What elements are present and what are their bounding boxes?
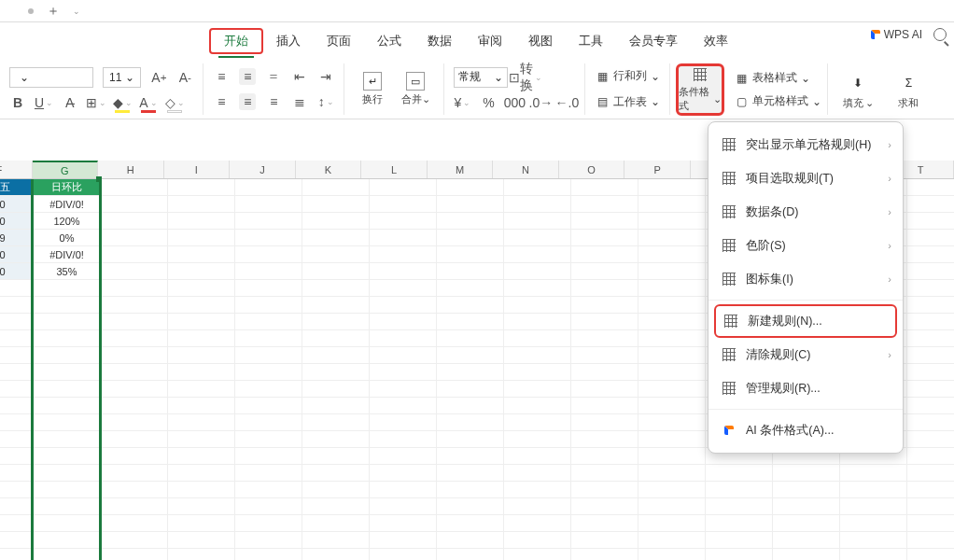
ribbon-tab-view[interactable]: 视图 <box>515 28 566 54</box>
cell[interactable] <box>168 498 235 515</box>
cell[interactable] <box>302 364 370 381</box>
cell[interactable] <box>840 482 907 498</box>
cell[interactable] <box>907 297 954 314</box>
column-header-J[interactable]: J <box>230 161 296 178</box>
cell[interactable] <box>0 297 34 314</box>
cell[interactable] <box>571 532 638 549</box>
cell[interactable] <box>0 448 34 465</box>
cell[interactable] <box>302 465 370 482</box>
cell[interactable] <box>34 398 101 414</box>
cell[interactable] <box>773 515 840 532</box>
cell[interactable] <box>437 414 504 431</box>
cell[interactable] <box>370 498 437 515</box>
cell[interactable] <box>101 414 168 431</box>
cell[interactable] <box>370 482 437 498</box>
justify-icon[interactable]: ≣ <box>291 93 308 110</box>
cell[interactable] <box>907 465 954 482</box>
cell[interactable] <box>706 482 773 498</box>
cell[interactable] <box>437 381 504 398</box>
cell[interactable] <box>907 364 954 381</box>
cell[interactable] <box>0 465 34 482</box>
cell[interactable] <box>907 532 954 549</box>
cell[interactable] <box>0 398 34 414</box>
cell[interactable] <box>34 515 101 532</box>
cell[interactable] <box>101 498 168 515</box>
cell[interactable] <box>168 515 235 532</box>
cell[interactable] <box>101 280 168 297</box>
cell[interactable] <box>370 297 437 314</box>
cell[interactable] <box>34 381 101 398</box>
cell[interactable] <box>370 213 437 230</box>
cell[interactable] <box>773 498 840 515</box>
cell[interactable] <box>571 297 638 314</box>
cell[interactable] <box>235 549 302 560</box>
cell[interactable] <box>437 448 504 465</box>
decrease-font-icon[interactable]: A- <box>176 69 193 86</box>
cell[interactable] <box>907 398 954 414</box>
cell[interactable] <box>168 230 235 246</box>
column-header-H[interactable]: H <box>98 161 164 178</box>
column-header-I[interactable]: I <box>164 161 231 178</box>
cell[interactable] <box>773 549 840 560</box>
conditional-format-button[interactable]: 条件格式⌄ <box>676 63 724 116</box>
cell[interactable] <box>638 330 706 347</box>
wrap-text-button[interactable]: ↵ 换行 <box>354 72 391 106</box>
data-cell-right-0[interactable]: #DIV/0! <box>34 196 101 213</box>
cell[interactable] <box>571 482 638 498</box>
column-header-O[interactable]: O <box>559 161 625 178</box>
cell[interactable] <box>773 482 840 498</box>
cell[interactable] <box>168 179 235 196</box>
cell[interactable] <box>302 549 370 560</box>
data-cell-left-1[interactable]: 20 <box>0 213 34 230</box>
cell[interactable] <box>504 549 571 560</box>
cell[interactable] <box>571 230 638 246</box>
cell[interactable] <box>571 431 638 448</box>
data-cell-right-1[interactable]: 120% <box>34 213 101 230</box>
data-cell-right-2[interactable]: 0% <box>34 230 101 246</box>
ribbon-tab-start[interactable]: 开始 <box>209 28 263 54</box>
cell[interactable] <box>101 246 168 263</box>
cell[interactable] <box>168 280 235 297</box>
cell[interactable] <box>235 515 302 532</box>
strikethrough-icon[interactable]: A̶ <box>62 94 78 111</box>
cell[interactable] <box>638 314 706 330</box>
cell[interactable] <box>907 280 954 297</box>
cell[interactable] <box>504 246 571 263</box>
cell[interactable] <box>437 482 504 498</box>
cell[interactable] <box>0 347 34 364</box>
cell[interactable] <box>302 431 370 448</box>
cell[interactable] <box>907 381 954 398</box>
cell[interactable] <box>437 330 504 347</box>
cell[interactable] <box>235 347 302 364</box>
data-cell-left-3[interactable]: 30 <box>0 246 34 263</box>
cell[interactable] <box>638 549 706 560</box>
bold-icon[interactable]: B <box>9 94 26 111</box>
cell[interactable] <box>571 196 638 213</box>
dropdown-item-ai[interactable]: AI 条件格式(A)... <box>708 413 903 447</box>
cell[interactable] <box>101 465 168 482</box>
cell[interactable] <box>571 498 638 515</box>
cell[interactable] <box>571 330 638 347</box>
cell[interactable] <box>101 398 168 414</box>
underline-icon[interactable]: U⌄ <box>35 94 52 111</box>
cell[interactable] <box>504 230 571 246</box>
cell[interactable] <box>907 482 954 498</box>
cell[interactable] <box>504 465 571 482</box>
cell[interactable] <box>168 297 235 314</box>
cell[interactable] <box>34 431 101 448</box>
align-center-icon[interactable]: ≡ <box>239 93 256 110</box>
cell[interactable] <box>504 381 571 398</box>
cell[interactable] <box>907 347 954 364</box>
cell[interactable] <box>235 297 302 314</box>
cell[interactable] <box>34 297 101 314</box>
cell[interactable] <box>0 280 34 297</box>
cell[interactable] <box>0 482 34 498</box>
cell[interactable] <box>168 196 235 213</box>
cell[interactable] <box>235 196 302 213</box>
cell[interactable] <box>504 347 571 364</box>
cell[interactable] <box>773 532 840 549</box>
cell[interactable] <box>0 498 34 515</box>
cell[interactable] <box>101 515 168 532</box>
cell[interactable] <box>571 263 638 280</box>
cell[interactable] <box>638 381 706 398</box>
